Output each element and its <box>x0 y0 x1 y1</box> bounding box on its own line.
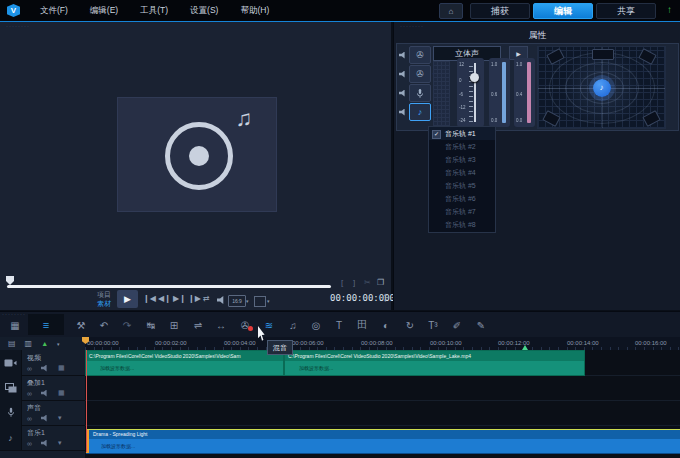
ripple-editing-icon[interactable]: ⇌ <box>189 317 207 333</box>
timeline-view-icon[interactable]: ≡ <box>28 314 64 335</box>
filter-grid-icon[interactable]: ▦ <box>58 364 65 372</box>
menu-tools[interactable]: 工具(T) <box>129 5 179 17</box>
track-transition-icon[interactable]: ↔ <box>212 317 230 333</box>
checkbox-icon[interactable]: ✓ <box>432 130 441 139</box>
volume-slider-knob[interactable] <box>470 73 479 82</box>
timecode-spinner[interactable]: ▴ ▾ <box>384 291 387 303</box>
home-icon[interactable]: ⌂ <box>439 3 463 19</box>
music-track-option-7[interactable]: 音乐轨 #7 <box>429 205 495 218</box>
overlay-track-type-icon[interactable] <box>0 375 22 400</box>
filter-grid-icon[interactable]: ▦ <box>58 389 65 397</box>
360-video-icon[interactable]: ↻ <box>401 317 419 333</box>
add-track-caret-icon[interactable]: ▾ <box>57 341 60 347</box>
paint-brush-icon[interactable]: ✐ <box>448 317 466 333</box>
menu-edit[interactable]: 编辑(E) <box>79 5 129 17</box>
voice-track-type-icon[interactable] <box>0 400 22 425</box>
video-track-button[interactable]: ✇ <box>409 46 431 64</box>
voice-track-button[interactable] <box>409 84 431 102</box>
sound-mixer-icon[interactable]: ≋ <box>260 317 278 333</box>
menu-help[interactable]: 帮助(H) <box>229 5 280 17</box>
track-header-overlay[interactable]: 叠加1 ∞ ▦ <box>0 375 85 401</box>
update-arrow-icon[interactable]: ↑ <box>667 4 672 15</box>
mark-in-icon[interactable]: [ <box>341 278 343 287</box>
go-start-button[interactable]: ❙◀ <box>143 294 156 303</box>
volume-slider[interactable]: 12 0 -6 -12 -24 <box>457 58 484 127</box>
mask-creator-icon[interactable]: ◐ <box>377 317 395 333</box>
music-track-option-1[interactable]: ✓ 音乐轨 #1 <box>429 127 495 140</box>
speaker-icon[interactable] <box>399 52 407 59</box>
clip-mode-label[interactable]: 素材 <box>97 299 111 309</box>
zoom-level-button[interactable] <box>254 296 266 307</box>
mute-icon[interactable] <box>41 365 49 372</box>
undo-icon[interactable]: ↶ <box>95 317 113 333</box>
record-capture-option-icon[interactable]: ↹ <box>142 317 160 333</box>
scrub-bar[interactable] <box>7 285 331 288</box>
menu-file[interactable]: 文件(F) <box>29 5 79 17</box>
tab-share[interactable]: 共享 <box>596 3 656 19</box>
speaker-icon[interactable] <box>399 71 407 78</box>
subtitle-editor-icon[interactable]: T <box>330 317 348 333</box>
zoom-caret-icon[interactable]: ▾ <box>267 298 270 304</box>
next-frame-button[interactable]: ▶❙ <box>173 294 186 303</box>
3d-title-editor-icon[interactable]: T³ <box>424 317 442 333</box>
aspect-caret-icon[interactable]: ▾ <box>246 298 249 304</box>
mute-icon[interactable] <box>41 390 49 397</box>
speaker-icon[interactable] <box>399 90 407 97</box>
aspect-ratio-badge[interactable]: 16:9 <box>228 295 246 307</box>
panel-drag-handle[interactable]: ········ <box>6 23 30 29</box>
link-icon[interactable]: ∞ <box>27 390 32 397</box>
enlarge-preview-icon[interactable]: ❐ <box>377 278 384 287</box>
chapter-marker[interactable] <box>522 345 528 350</box>
collapse-chevron-icon[interactable]: ▾ <box>58 414 62 422</box>
music-track-option-8[interactable]: 音乐轨 #8 <box>429 218 495 231</box>
scrubber-handle[interactable] <box>6 276 14 285</box>
timeline-body[interactable]: C:\Program Files\Corel\Corel VideoStudio… <box>85 350 680 458</box>
link-icon[interactable]: ∞ <box>27 415 32 422</box>
track-manager-icon[interactable]: ▤ <box>8 339 16 348</box>
motion-tracking-icon[interactable]: ◎ <box>307 317 325 333</box>
prev-frame-button[interactable]: ◀❙ <box>158 294 171 303</box>
pan-position-knob[interactable]: ♪ <box>593 79 611 97</box>
menu-settings[interactable]: 设置(S) <box>179 5 229 17</box>
mark-out-icon[interactable]: ] <box>353 278 355 287</box>
music-track-option-5[interactable]: 音乐轨 #5 <box>429 179 495 192</box>
play-button[interactable]: ▶ <box>117 290 138 308</box>
split-clip-icon[interactable]: ✂ <box>364 278 371 287</box>
music-clip[interactable]: Drama - Spreading Light 加载波形数据... <box>86 429 680 454</box>
music-track-option-6[interactable]: 音乐轨 #6 <box>429 192 495 205</box>
customize-toolbar-icon[interactable]: ⚒ <box>72 317 90 333</box>
surround-sound-pad[interactable]: ♪ <box>537 46 666 129</box>
split-screen-template-icon[interactable]: 田 <box>353 317 371 333</box>
link-icon[interactable]: ∞ <box>27 365 32 372</box>
video-clip-2[interactable]: C:\Program Files\Corel\Corel VideoStudio… <box>285 351 584 375</box>
music-track-button[interactable]: ♪ <box>409 103 431 121</box>
mute-icon[interactable] <box>41 440 49 447</box>
link-icon[interactable]: ∞ <box>27 440 32 447</box>
instant-project-icon[interactable]: ⊞ <box>165 317 183 333</box>
spin-down-icon[interactable]: ▾ <box>384 297 387 303</box>
track-header-video[interactable]: 视频 ∞ ▦ <box>0 350 85 376</box>
music-track-option-4[interactable]: 音乐轨 #4 <box>429 166 495 179</box>
music-track-type-icon[interactable]: ♪ <box>0 425 22 450</box>
music-track-option-2[interactable]: 音乐轨 #2 <box>429 140 495 153</box>
collapse-chevron-icon[interactable]: ▾ <box>58 439 62 447</box>
track-header-music[interactable]: ♪ 音乐1 ∞ ▾ <box>0 425 85 451</box>
storyboard-view-icon[interactable]: ▦ <box>6 317 24 333</box>
overlay-track-button[interactable]: ✇ <box>409 65 431 83</box>
volume-icon[interactable] <box>217 296 226 304</box>
track-list-icon[interactable]: ▥ <box>25 339 33 348</box>
playhead[interactable] <box>86 350 87 452</box>
mute-icon[interactable] <box>41 415 49 422</box>
go-end-button[interactable]: ❙▶ <box>188 294 201 303</box>
tab-capture[interactable]: 捕获 <box>470 3 530 19</box>
redo-icon[interactable]: ↷ <box>118 317 136 333</box>
add-track-icon[interactable]: ▲ <box>41 340 48 347</box>
sketch-mask-icon[interactable]: ✎ <box>472 317 490 333</box>
video-clip-1[interactable]: C:\Program Files\Corel\Corel VideoStudio… <box>86 351 283 375</box>
repeat-button[interactable]: ⇄ <box>203 294 210 303</box>
timeline-ruler[interactable]: 00:00:00:00 00:00:02:00 00:00:04:00 00:0… <box>85 337 680 351</box>
capture-video-icon[interactable]: ✇ <box>236 317 254 333</box>
speaker-icon[interactable] <box>399 109 407 116</box>
track-header-voice[interactable]: 声音 ∞ ▾ <box>0 400 85 426</box>
auto-music-icon[interactable]: ♫ <box>284 317 302 333</box>
